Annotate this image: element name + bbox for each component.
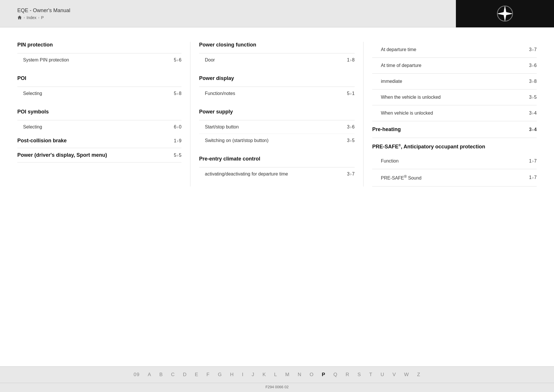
alpha-nav-item-d[interactable]: D xyxy=(179,369,191,380)
entry-door-label: Door xyxy=(205,57,215,63)
entry-function[interactable]: Function 1›7 xyxy=(372,153,537,169)
section-poi: POI xyxy=(17,75,181,84)
alpha-nav-item-f[interactable]: F xyxy=(203,369,214,380)
entry-immediate-page: 3›8 xyxy=(529,79,537,84)
entry-poi-symbols-selecting-page: 6›0 xyxy=(167,124,181,130)
alpha-nav-item-u[interactable]: U xyxy=(377,369,388,380)
entry-immediate-label: immediate xyxy=(381,79,402,84)
entry-post-collision-brake[interactable]: Post-collision brake 1›9 xyxy=(17,134,181,148)
main-content: PIN protection System PIN protection 5›6… xyxy=(0,27,554,366)
alpha-nav-item-v[interactable]: V xyxy=(388,369,400,380)
alpha-nav-item-t[interactable]: T xyxy=(365,369,376,380)
mercedes-star-icon xyxy=(496,5,514,22)
brand-logo-area xyxy=(456,0,554,27)
alpha-nav-item-k[interactable]: K xyxy=(259,369,270,380)
header-left: EQE - Owner's Manual › Index › P xyxy=(17,8,70,20)
entry-system-pin[interactable]: System PIN protection 5›6 xyxy=(17,53,181,67)
entry-when-vehicle-unlocked-1-page: 3›5 xyxy=(529,95,537,100)
power-closing-entries: Door 1›8 xyxy=(199,53,355,67)
poi-entries: Selecting 5›8 xyxy=(17,87,181,100)
pre-heating-page: 3›4 xyxy=(529,127,537,132)
entry-switching-on-page: 3›5 xyxy=(340,138,355,143)
entry-at-departure-time-page: 3›7 xyxy=(529,47,537,52)
entry-when-vehicle-unlocked-2-page: 3›4 xyxy=(529,111,537,116)
alpha-nav-item-h[interactable]: H xyxy=(226,369,238,380)
entry-immediate[interactable]: immediate 3›8 xyxy=(372,74,537,89)
breadcrumb-index[interactable]: Index xyxy=(27,15,36,20)
breadcrumb: › Index › P xyxy=(17,15,70,20)
entry-activating-departure[interactable]: activating/deactivating for departure ti… xyxy=(199,167,355,181)
poi-symbols-entries: Selecting 6›0 xyxy=(17,120,181,134)
entry-presafe-sound[interactable]: PRE-SAFE® Sound 1›7 xyxy=(372,169,537,186)
breadcrumb-sep-1: › xyxy=(24,16,25,20)
alpha-nav-item-i[interactable]: I xyxy=(238,369,248,380)
presafe-note: PRE-SAFE®, Anticipatory occupant protect… xyxy=(372,138,537,153)
presafe-note-label: PRE-SAFE®, Anticipatory occupant protect… xyxy=(372,144,485,150)
breadcrumb-current: P xyxy=(41,15,44,20)
entry-start-stop-button[interactable]: Start/stop button 3›6 xyxy=(199,120,355,134)
entry-function-notes-page: 5›1 xyxy=(340,91,355,96)
entry-activating-departure-label: activating/deactivating for departure ti… xyxy=(205,171,288,177)
entry-at-departure-time-label: At departure time xyxy=(381,47,416,52)
entry-presafe-sound-label: PRE-SAFE® Sound xyxy=(381,174,422,181)
pin-protection-entries: System PIN protection 5›6 xyxy=(17,53,181,67)
section-power-supply: Power supply xyxy=(199,109,355,117)
section-pre-heating[interactable]: Pre-heating 3›4 xyxy=(372,121,537,138)
entry-door-page: 1›8 xyxy=(340,57,355,63)
entry-at-departure-time[interactable]: At departure time 3›7 xyxy=(372,42,537,58)
alpha-nav-item-p[interactable]: P xyxy=(318,369,329,380)
entry-switching-on[interactable]: Switching on (start/stop button) 3›5 xyxy=(199,134,355,147)
entry-start-stop-page: 3›6 xyxy=(340,124,355,130)
alpha-nav-item-n[interactable]: N xyxy=(294,369,306,380)
entry-power-drivers-display[interactable]: Power (driver's display, Sport menu) 5›5 xyxy=(17,148,181,163)
entry-system-pin-label: System PIN protection xyxy=(23,57,69,63)
document-title: EQE - Owner's Manual xyxy=(17,8,70,14)
entry-at-time-of-departure[interactable]: At time of departure 3›6 xyxy=(372,58,537,74)
section-pre-entry-climate: Pre-entry climate control xyxy=(199,156,355,164)
entry-function-notes[interactable]: Function/notes 5›1 xyxy=(199,87,355,100)
entry-presafe-sound-page: 1›7 xyxy=(529,175,537,180)
section-power-display: Power display xyxy=(199,75,355,84)
pre-entry-entries: activating/deactivating for departure ti… xyxy=(199,167,355,181)
section-pin-protection: PIN protection xyxy=(17,42,181,50)
entry-at-time-of-departure-label: At time of departure xyxy=(381,63,422,68)
footer: F294 0066 02 xyxy=(0,383,554,392)
alpha-nav-item-z[interactable]: Z xyxy=(413,369,424,380)
home-icon[interactable] xyxy=(17,15,22,20)
entry-poi-selecting-label: Selecting xyxy=(23,91,42,96)
alpha-nav-item-a[interactable]: A xyxy=(144,369,155,380)
alpha-nav-item-q[interactable]: Q xyxy=(330,369,342,380)
alpha-nav-item-b[interactable]: B xyxy=(155,369,167,380)
entry-power-drivers-page: 5›5 xyxy=(174,153,181,158)
alphabet-nav: 09ABCDEFGHIJKLMNOPQRSTUVWZ xyxy=(0,366,554,383)
section-power-closing: Power closing function xyxy=(199,42,355,50)
alpha-nav-item-09[interactable]: 09 xyxy=(130,369,144,380)
pre-heating-label: Pre-heating xyxy=(372,126,401,132)
entry-power-drivers-label: Power (driver's display, Sport menu) xyxy=(17,152,107,158)
entry-function-notes-label: Function/notes xyxy=(205,91,235,96)
alpha-nav-container: 09ABCDEFGHIJKLMNOPQRSTUVWZ xyxy=(130,372,424,378)
alpha-nav-item-w[interactable]: W xyxy=(400,369,413,380)
alpha-nav-item-j[interactable]: J xyxy=(248,369,259,380)
entry-post-collision-page: 1›9 xyxy=(174,138,181,143)
entry-poi-symbols-selecting[interactable]: Selecting 6›0 xyxy=(17,120,181,134)
alpha-nav-item-r[interactable]: R xyxy=(342,369,353,380)
entry-when-vehicle-unlocked-2-label: When vehicle is unlocked xyxy=(381,111,433,116)
alpha-nav-item-e[interactable]: E xyxy=(191,369,202,380)
alpha-nav-item-o[interactable]: O xyxy=(306,369,318,380)
alpha-nav-item-c[interactable]: C xyxy=(167,369,179,380)
index-columns: PIN protection System PIN protection 5›6… xyxy=(17,42,537,186)
entry-at-time-of-departure-page: 3›6 xyxy=(529,63,537,68)
entry-post-collision-label: Post-collision brake xyxy=(17,138,67,144)
entry-when-vehicle-unlocked-1[interactable]: When the vehicle is unlocked 3›5 xyxy=(372,89,537,105)
entry-poi-symbols-selecting-label: Selecting xyxy=(23,124,42,130)
alpha-nav-item-l[interactable]: L xyxy=(270,369,281,380)
footer-text: F294 0066 02 xyxy=(265,385,289,389)
alpha-nav-item-g[interactable]: G xyxy=(214,369,226,380)
alpha-nav-item-m[interactable]: M xyxy=(281,369,294,380)
entry-door[interactable]: Door 1›8 xyxy=(199,53,355,67)
alpha-nav-item-s[interactable]: S xyxy=(353,369,365,380)
entry-when-vehicle-unlocked-2[interactable]: When vehicle is unlocked 3›4 xyxy=(372,105,537,121)
column-2: Power closing function Door 1›8 Power di… xyxy=(190,42,364,186)
entry-poi-selecting[interactable]: Selecting 5›8 xyxy=(17,87,181,100)
